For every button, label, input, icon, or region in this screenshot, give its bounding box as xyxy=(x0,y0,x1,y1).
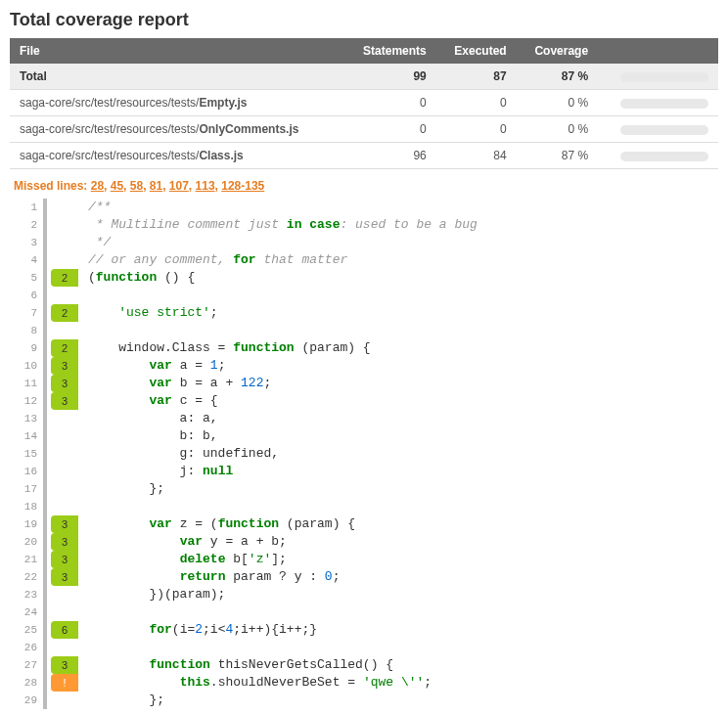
coverage-cell: 87 % xyxy=(517,64,598,90)
code-text: (function () { xyxy=(80,269,195,287)
hit-badge: 3 xyxy=(51,551,78,568)
hit-badge: 2 xyxy=(51,269,78,287)
hit-count-cell xyxy=(49,234,80,251)
coverage-cell: 0 % xyxy=(517,90,598,116)
gutter xyxy=(43,515,47,533)
hit-count-cell xyxy=(49,216,80,234)
code-line: 24 xyxy=(10,603,718,621)
line-number: 17 xyxy=(10,480,43,498)
line-number: 22 xyxy=(10,568,43,586)
hit-count-cell xyxy=(49,322,80,339)
gutter xyxy=(43,304,47,322)
col-coverage: Coverage xyxy=(517,38,598,64)
line-number: 11 xyxy=(10,375,43,392)
code-text: return param ? y : 0; xyxy=(80,568,340,586)
code-text: j: null xyxy=(80,463,233,480)
coverage-bar-cell xyxy=(598,116,718,143)
hit-count-cell: 3 xyxy=(49,357,80,375)
col-statements: Statements xyxy=(343,38,436,64)
code-text: 'use strict'; xyxy=(80,304,218,322)
hit-count-cell xyxy=(49,692,80,709)
missed-line-link[interactable]: 107 xyxy=(169,179,189,193)
line-number: 28 xyxy=(10,674,43,692)
code-text: delete b['z']; xyxy=(80,551,287,568)
gutter xyxy=(43,445,47,463)
coverage-cell: 0 % xyxy=(517,116,598,143)
table-row: saga-core/src/test/resources/tests/OnlyC… xyxy=(10,116,718,143)
code-text: var b = a + 122; xyxy=(80,375,271,392)
hit-count-cell xyxy=(49,251,80,269)
missed-line-link[interactable]: 58 xyxy=(130,179,143,193)
hit-badge: 6 xyxy=(51,621,78,639)
line-number: 2 xyxy=(10,216,43,234)
hit-count-cell xyxy=(49,410,80,427)
code-line: 113 var b = a + 122; xyxy=(10,375,718,392)
line-number: 7 xyxy=(10,304,43,322)
gutter xyxy=(43,322,47,339)
file-cell[interactable]: saga-core/src/test/resources/tests/OnlyC… xyxy=(10,116,343,143)
code-line: 14 b: b, xyxy=(10,427,718,445)
coverage-table: File Statements Executed Coverage Total9… xyxy=(10,38,718,169)
gutter xyxy=(43,656,47,674)
code-line: 13 a: a, xyxy=(10,410,718,427)
col-bar xyxy=(598,38,718,64)
line-number: 9 xyxy=(10,339,43,357)
code-line: 203 var y = a + b; xyxy=(10,533,718,551)
line-number: 12 xyxy=(10,392,43,410)
missed-line-link[interactable]: 128-135 xyxy=(221,179,264,193)
line-number: 27 xyxy=(10,656,43,674)
gutter xyxy=(43,568,47,586)
line-number: 20 xyxy=(10,533,43,551)
executed-cell: 87 xyxy=(436,64,517,90)
code-text: }; xyxy=(80,692,164,709)
gutter xyxy=(43,199,47,216)
line-number: 24 xyxy=(10,603,43,621)
gutter xyxy=(43,357,47,375)
hit-count-cell: 3 xyxy=(49,533,80,551)
file-cell[interactable]: saga-core/src/test/resources/tests/Class… xyxy=(10,143,343,169)
hit-count-cell xyxy=(49,199,80,216)
gutter xyxy=(43,621,47,639)
hit-badge: 3 xyxy=(51,392,78,410)
line-number: 25 xyxy=(10,621,43,639)
statements-cell: 99 xyxy=(343,64,436,90)
line-number: 3 xyxy=(10,234,43,251)
hit-count-cell: 3 xyxy=(49,375,80,392)
code-text: }; xyxy=(80,480,164,498)
missed-line-link[interactable]: 81 xyxy=(150,179,162,193)
code-text: var a = 1; xyxy=(80,357,225,375)
page-title: Total coverage report xyxy=(10,10,718,30)
table-row: saga-core/src/test/resources/tests/Class… xyxy=(10,143,718,169)
code-text: */ xyxy=(80,234,111,251)
line-number: 1 xyxy=(10,199,43,216)
line-number: 23 xyxy=(10,586,43,603)
code-line: 123 var c = { xyxy=(10,392,718,410)
missed-line-link[interactable]: 113 xyxy=(196,179,215,193)
hit-count-cell: 2 xyxy=(49,304,80,322)
gutter xyxy=(43,339,47,357)
code-line: 29 }; xyxy=(10,692,718,709)
hit-badge: 3 xyxy=(51,515,78,533)
code-text: a: a, xyxy=(80,410,218,427)
code-line: 213 delete b['z']; xyxy=(10,551,718,568)
missed-line-link[interactable]: 28 xyxy=(91,179,104,193)
code-line: 16 j: null xyxy=(10,463,718,480)
line-number: 15 xyxy=(10,445,43,463)
code-line: 1/** xyxy=(10,199,718,216)
code-text: var y = a + b; xyxy=(80,533,287,551)
code-line: 223 return param ? y : 0; xyxy=(10,568,718,586)
missed-line-link[interactable]: 45 xyxy=(111,179,123,193)
file-cell[interactable]: saga-core/src/test/resources/tests/Empty… xyxy=(10,90,343,116)
code-line: 103 var a = 1; xyxy=(10,357,718,375)
line-number: 21 xyxy=(10,551,43,568)
coverage-cell: 87 % xyxy=(517,143,598,169)
line-number: 10 xyxy=(10,357,43,375)
hit-badge: 3 xyxy=(51,533,78,551)
col-executed: Executed xyxy=(436,38,517,64)
gutter xyxy=(43,586,47,603)
gutter xyxy=(43,674,47,692)
hit-badge: 2 xyxy=(51,339,78,357)
hit-badge: 3 xyxy=(51,568,78,586)
code-text: var c = { xyxy=(80,392,218,410)
gutter xyxy=(43,234,47,251)
